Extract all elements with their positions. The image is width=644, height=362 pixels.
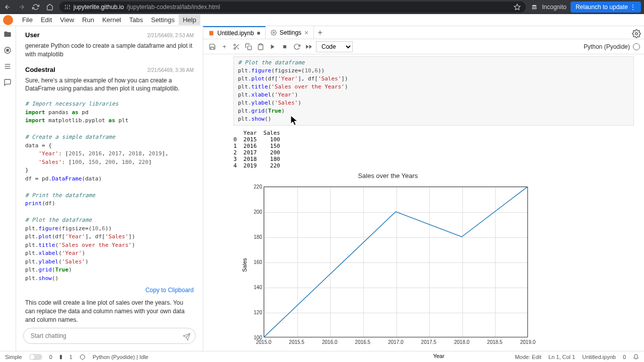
menu-help[interactable]: Help [179, 15, 200, 25]
svg-marker-26 [309, 44, 312, 48]
y-tick: 100 [254, 334, 262, 340]
dataframe-output: Year Sales 0 2015 100 1 2016 150 2 2017 … [233, 130, 634, 169]
menu-run[interactable]: Run [78, 15, 98, 25]
x-tick: 2017.5 [421, 339, 437, 345]
status-kernel: Python (Pyodide) | Idle [93, 354, 148, 360]
x-tick: 2015.5 [289, 339, 304, 345]
relaunch-button[interactable]: Relaunch to update⋮ [571, 2, 641, 13]
svg-point-36 [635, 33, 638, 35]
svg-marker-6 [514, 4, 520, 10]
notebook-area: Untitled.ipynb Settings × + + Code Pytho… [203, 26, 644, 351]
code-cell[interactable]: # Plot the dataframe plt.figure(figsize=… [233, 56, 634, 126]
reload-button[interactable] [31, 3, 40, 12]
send-icon[interactable] [183, 333, 191, 341]
simple-toggle[interactable] [29, 354, 42, 360]
svg-line-21 [237, 47, 238, 49]
chat-input[interactable] [23, 328, 196, 344]
svg-rect-16 [209, 31, 213, 35]
y-tick: 180 [254, 234, 262, 239]
close-icon[interactable]: × [304, 29, 308, 37]
chart-line [264, 187, 528, 337]
status-zero: 0 [49, 354, 52, 360]
menu-bar: FileEditViewRunKernelTabsSettingsHelp [0, 14, 644, 26]
fast-forward-icon[interactable] [304, 42, 314, 52]
y-tick: 220 [254, 184, 262, 189]
menu-edit[interactable]: Edit [37, 15, 56, 25]
x-tick: 2017.0 [388, 339, 404, 345]
status-bar: Simple 0 ▮ 1 Python (Pyodide) | Idle Mod… [0, 351, 644, 362]
incognito-label: Incognito [542, 4, 567, 11]
bell-icon[interactable] [633, 354, 639, 360]
url-path: /jupyterlab-codestral/lab/index.html [127, 4, 220, 11]
menu-file[interactable]: File [18, 15, 37, 25]
tab-bar: Untitled.ipynb Settings × + [203, 26, 644, 39]
status-kernel-icon [79, 354, 86, 360]
chart-output: Sales over the Years Sales 2015.02015.52… [239, 172, 536, 350]
svg-rect-25 [283, 45, 286, 48]
chat-code-block: # Import necessary libraries import pand… [25, 100, 194, 283]
status-file: Untitled.ipynb [582, 354, 616, 360]
add-cell-icon[interactable]: + [219, 42, 229, 52]
cell-type-select[interactable]: Code [316, 41, 353, 52]
url-bar[interactable]: jupyterlite.github.io/jupyterlab-codestr… [59, 2, 526, 13]
folder-icon[interactable] [4, 30, 13, 39]
unsaved-dot-icon [257, 32, 260, 35]
home-button[interactable] [45, 3, 54, 12]
svg-rect-10 [7, 49, 9, 51]
x-tick: 2016.5 [355, 339, 371, 345]
svg-point-18 [234, 44, 236, 46]
notebook-icon [208, 30, 214, 36]
stop-icon[interactable] [280, 42, 290, 52]
svg-point-8 [535, 8, 537, 9]
list-icon[interactable] [4, 62, 13, 71]
browser-toolbar: jupyterlite.github.io/jupyterlab-codestr… [0, 0, 644, 14]
chat-bot-label: Codestral [25, 66, 55, 73]
jupyter-logo[interactable] [3, 15, 13, 25]
paste-icon[interactable] [256, 42, 266, 52]
chat-user-message: generate Python code to create a sample … [25, 42, 194, 59]
svg-point-7 [532, 8, 534, 9]
menu-view[interactable]: View [56, 15, 78, 25]
status-zero2: 0 [623, 354, 626, 360]
add-tab-button[interactable]: + [314, 26, 326, 39]
incognito-icon [531, 4, 538, 11]
y-tick: 160 [254, 259, 262, 264]
cut-icon[interactable] [231, 42, 242, 52]
copy-icon[interactable] [244, 42, 254, 52]
terminal-icon[interactable]: ▮ [59, 353, 62, 360]
svg-marker-24 [271, 44, 275, 49]
copy-to-clipboard-link[interactable]: Copy to Clipboard [25, 287, 194, 294]
x-tick: 2016.0 [322, 339, 338, 345]
chat-bot-outro: This code will create a line plot of sal… [25, 299, 194, 323]
status-mode: Mode: Edit [515, 354, 541, 360]
x-tick: 2018.5 [487, 339, 503, 345]
tab-settings[interactable]: Settings × [266, 26, 314, 39]
url-domain: jupyterlite.github.io [73, 4, 124, 11]
star-icon[interactable] [514, 4, 521, 11]
right-gear-icon[interactable] [632, 29, 642, 39]
x-tick: 2015.0 [256, 339, 272, 345]
restart-icon[interactable] [292, 42, 302, 52]
menu-kernel[interactable]: Kernel [98, 15, 125, 25]
menu-settings[interactable]: Settings [147, 15, 179, 25]
running-icon[interactable] [4, 46, 13, 55]
kernel-name[interactable]: Python (Pyodide) [584, 43, 630, 50]
y-tick: 200 [254, 209, 262, 214]
save-icon[interactable] [207, 42, 217, 52]
tab-untitled[interactable]: Untitled.ipynb [203, 26, 266, 39]
status-ln-col: Ln 1, Col 1 [548, 354, 575, 360]
chat-icon[interactable] [4, 78, 13, 87]
x-tick: 2019.0 [520, 339, 536, 345]
menu-tabs[interactable]: Tabs [125, 15, 147, 25]
back-button[interactable] [3, 3, 12, 12]
chart-title: Sales over the Years [239, 172, 536, 179]
kernel-status-icon [633, 43, 640, 50]
notebook-toolbar: + Code Python (Pyodide) [203, 39, 644, 54]
run-icon[interactable] [268, 42, 278, 52]
svg-marker-27 [306, 44, 308, 48]
svg-point-37 [80, 354, 85, 359]
svg-point-17 [273, 32, 274, 33]
left-icon-rail [0, 26, 16, 351]
forward-button[interactable] [17, 3, 26, 12]
chat-panel: User2/21/56469, 2:53 AM generate Python … [16, 26, 203, 351]
